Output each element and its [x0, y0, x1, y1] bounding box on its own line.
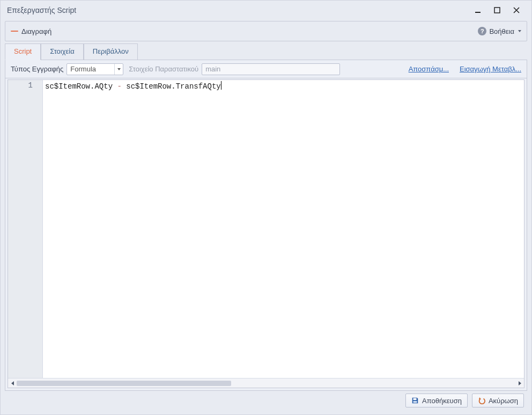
- save-icon: [411, 397, 419, 404]
- svg-rect-0: [475, 12, 481, 13]
- tab-body: Τύπος Εγγραφής Στοιχείο Παραστατικού Απο…: [5, 60, 527, 391]
- record-type-select[interactable]: [66, 63, 123, 75]
- tab-label: Περιβάλλον: [93, 47, 129, 55]
- code-editor[interactable]: 1 sc$ItemRow.AQty - sc$ItemRow.TransfAQt…: [8, 80, 524, 378]
- line-gutter: 1: [8, 80, 43, 378]
- tabs: Script Στοιχεία Περιβάλλον: [5, 43, 527, 60]
- chevron-right-icon: [519, 381, 521, 385]
- form-toolbar: Τύπος Εγγραφής Στοιχείο Παραστατικού Απο…: [5, 60, 527, 78]
- help-button[interactable]: ? Βοήθεια: [478, 27, 521, 35]
- code-operator: -: [117, 82, 121, 91]
- tab-script[interactable]: Script: [5, 43, 41, 60]
- insert-variable-link[interactable]: Εισαγωγή Μεταβλ...: [460, 65, 521, 73]
- scroll-left-button[interactable]: [8, 379, 17, 388]
- titlebar: Επεξεργαστής Script: [1, 1, 531, 20]
- record-type-dropdown-button[interactable]: [114, 64, 123, 75]
- code-token: sc$ItemRow: [126, 82, 171, 91]
- save-button-label: Αποθήκευση: [422, 397, 462, 405]
- record-type-value[interactable]: [67, 64, 114, 75]
- maximize-icon: [494, 7, 500, 13]
- svg-rect-2: [413, 398, 417, 401]
- code-area[interactable]: sc$ItemRow.AQty - sc$ItemRow.TransfAQty: [43, 80, 524, 378]
- close-icon: [513, 7, 520, 13]
- code-token: .: [171, 82, 175, 91]
- scroll-thumb[interactable]: [17, 381, 231, 386]
- minimize-icon: [475, 7, 481, 13]
- script-editor-window: Επεξεργαστής Script Διαγραφή ? Βοήθεια S…: [0, 0, 532, 415]
- chevron-down-icon: [518, 30, 521, 32]
- delete-button-label: Διαγραφή: [21, 27, 51, 35]
- text-caret: [221, 81, 221, 90]
- tab-elements[interactable]: Στοιχεία: [41, 43, 84, 60]
- tab-label: Script: [14, 47, 32, 55]
- line-number: 1: [8, 81, 33, 90]
- editor-panel: Script Στοιχεία Περιβάλλον Τύπος Εγγραφή…: [5, 43, 527, 410]
- code-editor-frame: 1 sc$ItemRow.AQty - sc$ItemRow.TransfAQt…: [8, 79, 524, 388]
- scroll-right-button[interactable]: [515, 379, 524, 388]
- undo-icon: [478, 397, 485, 404]
- cancel-button[interactable]: Ακύρωση: [472, 394, 524, 407]
- tab-environment[interactable]: Περιβάλλον: [84, 43, 138, 60]
- record-type-label: Τύπος Εγγραφής: [11, 65, 63, 73]
- footer-bar: Αποθήκευση Ακύρωση: [5, 391, 527, 410]
- tab-label: Στοιχεία: [50, 47, 75, 55]
- save-button[interactable]: Αποθήκευση: [405, 394, 468, 407]
- code-token: AQty: [94, 82, 113, 91]
- doc-item-field: [202, 63, 340, 75]
- close-button[interactable]: [507, 3, 526, 18]
- help-icon: ?: [478, 27, 486, 35]
- chevron-left-icon: [11, 381, 14, 385]
- help-button-label: Βοήθεια: [489, 27, 514, 35]
- code-token: sc$ItemRow: [45, 82, 90, 91]
- window-title: Επεξεργαστής Script: [7, 6, 468, 14]
- delete-button[interactable]: Διαγραφή: [11, 27, 51, 35]
- main-toolbar: Διαγραφή ? Βοήθεια: [5, 21, 527, 41]
- cancel-button-label: Ακύρωση: [489, 397, 518, 405]
- doc-item-label: Στοιχείο Παραστατικού: [129, 65, 198, 73]
- code-token: TransfAQty: [176, 82, 221, 91]
- minus-icon: [11, 31, 18, 32]
- horizontal-scrollbar[interactable]: [8, 378, 524, 388]
- scroll-track[interactable]: [17, 381, 515, 386]
- maximize-button[interactable]: [487, 3, 507, 18]
- snippet-link[interactable]: Αποσπάσμ...: [409, 65, 449, 73]
- code-token: [122, 82, 126, 91]
- minimize-button[interactable]: [468, 3, 487, 18]
- svg-rect-1: [494, 8, 500, 13]
- chevron-down-icon: [117, 68, 121, 70]
- svg-rect-3: [413, 401, 417, 403]
